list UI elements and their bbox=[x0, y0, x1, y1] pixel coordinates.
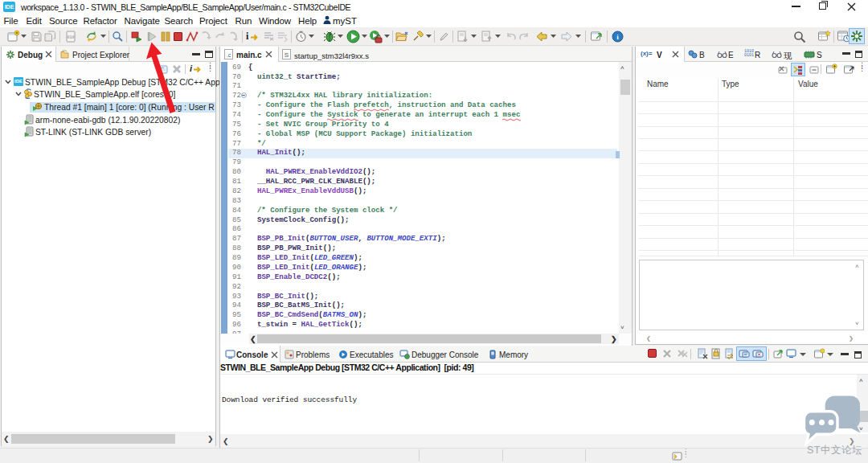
svg-text:010: 010 bbox=[67, 35, 74, 39]
